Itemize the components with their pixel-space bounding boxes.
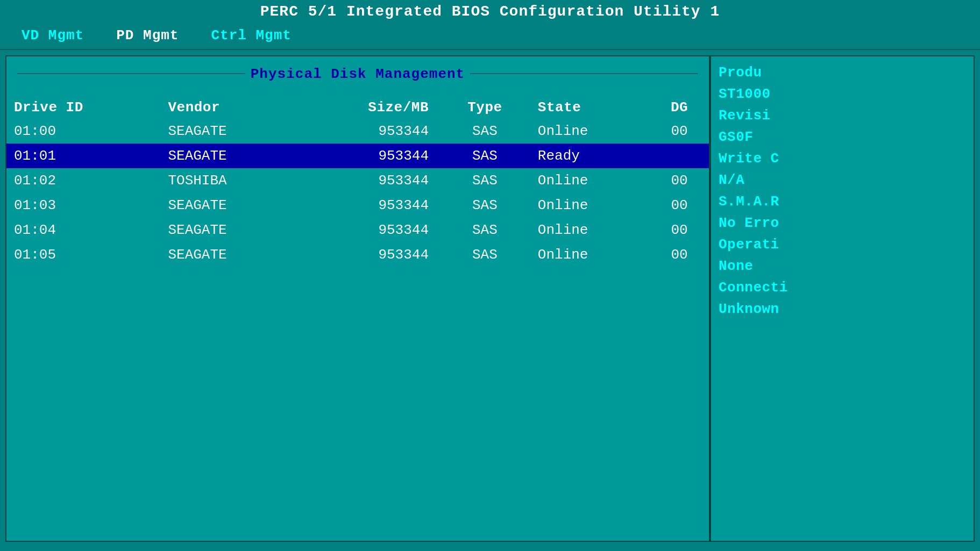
col-header-type: Type <box>439 96 530 119</box>
right-panel-row: GS0F <box>719 126 966 148</box>
disk-table: Drive ID Vendor Size/MB Type State DG 01… <box>6 96 709 267</box>
table-cell: 01:00 <box>6 119 160 144</box>
table-cell: 953344 <box>295 242 439 267</box>
table-cell: Online <box>530 242 650 267</box>
col-header-state: State <box>530 96 650 119</box>
table-cell: SEAGATE <box>160 218 295 242</box>
table-row[interactable]: 01:04SEAGATE953344SASOnline00 <box>6 218 709 242</box>
table-cell: 953344 <box>295 218 439 242</box>
table-cell: SAS <box>439 144 530 168</box>
table-cell: 953344 <box>295 193 439 218</box>
title-line-left <box>17 73 245 74</box>
table-row[interactable]: 01:03SEAGATE953344SASOnline00 <box>6 193 709 218</box>
col-header-dg: DG <box>650 96 709 119</box>
title-line-right <box>470 73 698 74</box>
table-cell: SEAGATE <box>160 144 295 168</box>
tab-bar: VD Mgmt PD Mgmt Ctrl Mgmt <box>0 22 980 50</box>
right-panel-row: None <box>719 255 966 277</box>
table-row[interactable]: 01:00SEAGATE953344SASOnline00 <box>6 119 709 144</box>
table-cell: 01:01 <box>6 144 160 168</box>
table-cell: 953344 <box>295 168 439 193</box>
table-cell: SEAGATE <box>160 242 295 267</box>
table-cell: SAS <box>439 193 530 218</box>
col-header-vendor: Vendor <box>160 96 295 119</box>
app-title: PERC 5/1 Integrated BIOS Configuration U… <box>260 3 720 20</box>
table-cell: Online <box>530 193 650 218</box>
panel-title: Physical Disk Management <box>251 61 465 87</box>
right-panel-row: Produ <box>719 62 966 83</box>
right-panel-row: S.M.A.R <box>719 191 966 212</box>
table-cell: SEAGATE <box>160 193 295 218</box>
table-cell: TOSHIBA <box>160 168 295 193</box>
right-panel-row: Operati <box>719 234 966 255</box>
right-panel-row: N/A <box>719 169 966 191</box>
table-cell: 953344 <box>295 119 439 144</box>
tab-pd-mgmt[interactable]: PD Mgmt <box>100 22 195 49</box>
table-cell: SAS <box>439 119 530 144</box>
table-cell: 00 <box>650 193 709 218</box>
title-bar: PERC 5/1 Integrated BIOS Configuration U… <box>0 0 980 22</box>
table-cell: 01:04 <box>6 218 160 242</box>
table-cell: 01:03 <box>6 193 160 218</box>
table-cell: SAS <box>439 168 530 193</box>
table-cell: SEAGATE <box>160 119 295 144</box>
table-cell: Online <box>530 119 650 144</box>
table-cell: 00 <box>650 119 709 144</box>
table-cell: 953344 <box>295 144 439 168</box>
table-cell: Online <box>530 168 650 193</box>
right-panel-row: No Erro <box>719 212 966 234</box>
table-cell: 00 <box>650 218 709 242</box>
col-header-drive-id: Drive ID <box>6 96 160 119</box>
table-cell <box>650 144 709 168</box>
tab-vd-mgmt[interactable]: VD Mgmt <box>5 22 100 49</box>
right-panel: ProduST1000RevisiGS0FWrite CN/AS.M.A.RNo… <box>710 55 975 542</box>
right-panel-row: Unknown <box>719 298 966 320</box>
left-panel: Physical Disk Management Drive ID Vendor… <box>5 55 710 542</box>
table-cell: 01:02 <box>6 168 160 193</box>
tab-ctrl-mgmt[interactable]: Ctrl Mgmt <box>195 22 307 49</box>
table-cell: Ready <box>530 144 650 168</box>
table-cell: 00 <box>650 168 709 193</box>
table-cell: 01:05 <box>6 242 160 267</box>
panel-title-line: Physical Disk Management <box>6 56 709 91</box>
right-panel-row: Write C <box>719 148 966 169</box>
table-row[interactable]: 01:02TOSHIBA953344SASOnline00 <box>6 168 709 193</box>
main-content: Physical Disk Management Drive ID Vendor… <box>0 50 980 547</box>
table-row[interactable]: 01:01SEAGATE953344SASReady <box>6 144 709 168</box>
table-cell: SAS <box>439 242 530 267</box>
right-panel-row: ST1000 <box>719 83 966 105</box>
table-cell: SAS <box>439 218 530 242</box>
table-cell: 00 <box>650 242 709 267</box>
right-panel-row: Revisi <box>719 105 966 126</box>
col-header-size: Size/MB <box>295 96 439 119</box>
table-row[interactable]: 01:05SEAGATE953344SASOnline00 <box>6 242 709 267</box>
right-panel-row: Connecti <box>719 277 966 298</box>
table-header-row: Drive ID Vendor Size/MB Type State DG <box>6 96 709 119</box>
table-cell: Online <box>530 218 650 242</box>
